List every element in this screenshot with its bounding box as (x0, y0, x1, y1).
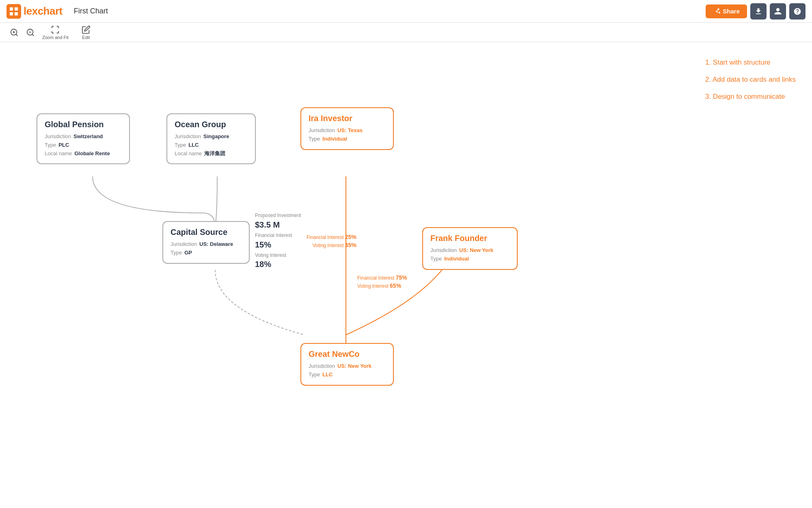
fit-button[interactable]: Zoom and Fit (39, 24, 72, 41)
capital-source-title: Capital Source (171, 228, 242, 237)
logo-icon (6, 4, 21, 19)
zoom-in-button[interactable] (6, 26, 22, 39)
instruction-2-text: 2. Add data to cards and links (705, 76, 796, 83)
ira-investor-type: Type Individual (309, 135, 386, 143)
canvas: Global Pension Jurisdiction Switzerland … (0, 42, 812, 508)
zoom-fit-label: Zoom and Fit (42, 35, 69, 40)
global-pension-localname: Local name Globale Rente (45, 150, 122, 158)
edit-button[interactable]: Edit (78, 24, 94, 41)
card-global-pension[interactable]: Global Pension Jurisdiction Switzerland … (37, 113, 130, 164)
help-button[interactable] (789, 3, 806, 20)
card-ocean-group[interactable]: Ocean Group Jurisdiction Singapore Type … (166, 113, 256, 164)
frank-founder-jurisdiction: Jurisdiction US: New York (430, 246, 510, 255)
header: lexchart Share (0, 0, 812, 23)
capital-source-jurisdiction: Jurisdiction US: Delaware (171, 240, 242, 249)
instruction-3[interactable]: 3. Design to communicate (705, 93, 796, 101)
svg-rect-1 (15, 7, 18, 11)
svg-rect-3 (15, 12, 18, 15)
global-pension-title: Global Pension (45, 120, 122, 129)
edit-label: Edit (82, 35, 90, 40)
instruction-3-link[interactable]: 3. Design to communicate (705, 93, 785, 100)
svg-line-9 (32, 34, 34, 36)
card-ira-investor[interactable]: Ira Investor Jurisdiction US: Texas Type… (300, 107, 394, 150)
frank-founder-title: Frank Founder (430, 234, 510, 243)
logo: lexchart (6, 4, 63, 19)
capital-source-type: Type GP (171, 249, 242, 257)
instruction-2[interactable]: 2. Add data to cards and links (705, 76, 796, 84)
ira-investor-title: Ira Investor (309, 114, 386, 123)
zoom-out-button[interactable] (23, 26, 38, 39)
svg-rect-2 (10, 12, 13, 15)
instructions-panel: 1. Start with structure 2. Add data to c… (705, 59, 796, 110)
ocean-group-jurisdiction: Jurisdiction Singapore (175, 132, 248, 141)
card-capital-source[interactable]: Capital Source Jurisdiction US: Delaware… (162, 221, 250, 264)
instruction-1-text: 1. Start with structure (705, 59, 771, 66)
great-newco-type: Type LLC (309, 371, 386, 379)
profile-button[interactable] (770, 3, 786, 20)
instruction-1-link[interactable]: 1. Start with structure (705, 59, 771, 66)
ocean-group-type: Type LLC (175, 141, 248, 150)
ocean-group-localname: Local name 海洋集团 (175, 150, 248, 158)
global-pension-jurisdiction: Jurisdiction Switzerland (45, 132, 122, 141)
chart-title-input[interactable] (71, 5, 701, 17)
frank-newco-link-label: Financial Interest 75% Voting Interest 6… (357, 274, 407, 290)
ocean-group-title: Ocean Group (175, 120, 248, 129)
instruction-2-link[interactable]: 2. Add data to cards and links (705, 76, 796, 83)
ira-investor-jurisdiction: Jurisdiction US: Texas (309, 126, 386, 135)
toolbar: Zoom and Fit Edit (0, 23, 812, 42)
great-newco-jurisdiction: Jurisdiction US: New York (309, 362, 386, 371)
share-button[interactable]: Share (706, 4, 747, 18)
ira-newco-link-label: Financial Interest 25% Voting Interest 3… (307, 233, 356, 249)
frank-founder-type: Type Individual (430, 255, 510, 263)
global-pension-type: Type PLC (45, 141, 122, 150)
svg-rect-0 (10, 7, 13, 11)
instruction-3-text: 3. Design to communicate (705, 93, 785, 100)
svg-line-5 (16, 34, 17, 36)
card-frank-founder[interactable]: Frank Founder Jurisdiction US: New York … (422, 227, 518, 270)
header-actions: Share (706, 3, 806, 20)
download-button[interactable] (750, 3, 767, 20)
capital-newco-link-label: Proposed Investment $3.5 M Financial Int… (255, 212, 301, 270)
zoom-fit-group: Zoom and Fit (6, 24, 72, 41)
logo-text: lexchart (24, 5, 63, 17)
great-newco-title: Great NewCo (309, 350, 386, 359)
instruction-1[interactable]: 1. Start with structure (705, 59, 796, 67)
share-label: Share (723, 8, 740, 15)
card-great-newco[interactable]: Great NewCo Jurisdiction US: New York Ty… (300, 343, 394, 386)
